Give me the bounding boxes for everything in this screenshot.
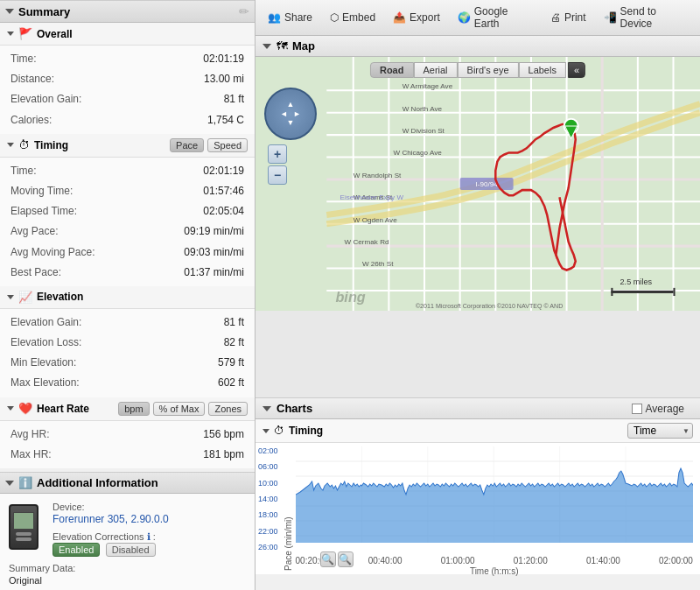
- nav-circle[interactable]: ▲ ◄► ▼: [264, 88, 317, 140]
- map-tab-collapse[interactable]: «: [568, 62, 585, 78]
- elapsed-time-value: 02:05:04: [203, 203, 244, 220]
- summary-header[interactable]: Summary ✏: [0, 0, 255, 23]
- export-icon: 📤: [393, 11, 406, 24]
- charts-title: Charts: [276, 402, 632, 415]
- distance-row: Distance: 13.00 mi: [0, 69, 255, 89]
- time-row: Time: 02:01:19: [0, 49, 255, 69]
- timing-title: Timing: [34, 139, 170, 151]
- max-hr-row: Max HR: 181 bpm: [0, 445, 255, 465]
- moving-time-row: Moving Time: 01:57:46: [0, 181, 255, 201]
- timing-chart-header[interactable]: ⏱ Timing Time Distance: [256, 419, 700, 443]
- timing-chart-collapse-icon: [262, 429, 270, 433]
- max-hr-label: Max HR:: [10, 446, 203, 463]
- chart-x-title: Time (h:m:s): [296, 566, 693, 576]
- heart-rate-title: Heart Rate: [37, 403, 118, 415]
- export-button[interactable]: 📤 Export: [389, 10, 444, 25]
- y-axis-title: Pace (min/mi): [281, 446, 296, 571]
- timing-collapse-icon: [7, 143, 14, 147]
- svg-text:W Chicago Ave: W Chicago Ave: [393, 149, 442, 157]
- map-svg: I-90/94 W Armitage Ave W North Ave W Div…: [256, 57, 700, 311]
- map-icon: 🗺: [276, 39, 288, 53]
- map-tab-aerial[interactable]: Aerial: [413, 62, 457, 78]
- map-section: 🗺 Map Road Aerial Bird's eye Labels « ▲: [256, 36, 700, 397]
- bpm-button[interactable]: bpm: [118, 402, 149, 416]
- map-tab-birdseye[interactable]: Bird's eye: [458, 62, 519, 78]
- pace-button[interactable]: Pace: [170, 138, 204, 152]
- heart-rate-header[interactable]: ❤️ Heart Rate bpm % of Max Zones: [0, 397, 255, 421]
- google-earth-icon: 🌍: [458, 11, 471, 24]
- timing-chart-title: Timing: [289, 425, 627, 437]
- chart-inner: 00:20:00 00:40:00 01:00:00 01:20:00 01:4…: [296, 446, 693, 571]
- time-select-wrapper: Time Distance: [627, 423, 693, 439]
- additional-info: Device: Forerunner 305, 2.90.0.0 Elevati…: [9, 501, 246, 586]
- elev-corr-row: Elevation Corrections ℹ : Enabled Disabl…: [9, 530, 246, 557]
- zones-button[interactable]: Zones: [208, 402, 248, 416]
- map-container[interactable]: Road Aerial Bird's eye Labels « ▲ ◄► ▼: [256, 57, 700, 311]
- moving-time-value: 01:57:46: [203, 183, 244, 200]
- share-icon: 👥: [268, 11, 281, 24]
- share-button[interactable]: 👥 Share: [264, 10, 316, 25]
- map-tabs: Road Aerial Bird's eye Labels «: [370, 62, 585, 78]
- chart-svg: [296, 446, 693, 551]
- device-image: [9, 504, 38, 550]
- zoom-out-button[interactable]: −: [268, 165, 287, 185]
- svg-text:W 26th St: W 26th St: [362, 260, 394, 268]
- hr-controls: bpm % of Max Zones: [118, 402, 248, 416]
- summary-title: Summary: [18, 5, 239, 18]
- disabled-button[interactable]: Disabled: [106, 543, 156, 557]
- summary-data-label: Summary Data:: [9, 563, 75, 573]
- charts-header[interactable]: Charts Average: [256, 398, 700, 419]
- svg-text:W Armitage Ave: W Armitage Ave: [402, 82, 453, 90]
- svg-rect-36: [611, 288, 612, 296]
- timing-header[interactable]: ⏱ Timing Pace Speed: [0, 134, 255, 158]
- overall-collapse-icon: [7, 32, 14, 36]
- map-tab-road[interactable]: Road: [370, 62, 414, 78]
- chart-x-labels: 00:20:00 00:40:00 01:00:00 01:20:00 01:4…: [296, 554, 693, 565]
- y-axis-labels: 02:00 06:00 10:00 14:00 18:00 22:00 26:0…: [256, 446, 281, 551]
- embed-button[interactable]: ⬡ Embed: [326, 10, 379, 25]
- avg-pace-value: 09:19 min/mi: [184, 223, 244, 240]
- svg-rect-37: [674, 288, 676, 296]
- pct-max-button[interactable]: % of Max: [153, 402, 206, 416]
- google-earth-button[interactable]: 🌍 Google Earth: [454, 4, 536, 32]
- enabled-button[interactable]: Enabled: [52, 543, 100, 557]
- overall-header[interactable]: 🚩 Overall: [0, 23, 255, 46]
- chart-zoom-controls: 🔍 🔍: [320, 551, 354, 567]
- device-icon-container: [9, 504, 44, 550]
- elev-corr-label: Elevation Corrections ℹ :: [52, 531, 156, 542]
- overall-icon: 🚩: [18, 27, 32, 40]
- elevation-gain-row: Elevation Gain: 81 ft: [0, 89, 255, 109]
- elev-gain-row: Elevation Gain: 81 ft: [0, 313, 255, 333]
- average-checkbox[interactable]: Average: [632, 403, 684, 415]
- speed-button[interactable]: Speed: [207, 138, 248, 152]
- edit-icon[interactable]: ✏: [239, 4, 249, 18]
- timing-chart-icon: ⏱: [274, 425, 284, 437]
- send-to-device-button[interactable]: 📲 Send to Device: [600, 4, 691, 32]
- svg-text:Eisenhower Expy W: Eisenhower Expy W: [340, 193, 404, 201]
- chart-area: 02:00 06:00 10:00 14:00 18:00 22:00 26:0…: [256, 443, 700, 574]
- timing-time-label: Time:: [10, 163, 203, 179]
- device-link[interactable]: Forerunner 305, 2.90.0.0: [52, 513, 169, 525]
- svg-text:W Division St: W Division St: [402, 127, 445, 135]
- time-value: 02:01:19: [203, 51, 244, 67]
- elev-loss-row: Elevation Loss: 82 ft: [0, 333, 255, 353]
- map-header[interactable]: 🗺 Map: [256, 36, 700, 57]
- zoom-in-button[interactable]: +: [268, 144, 287, 164]
- timing-time-value: 02:01:19: [203, 163, 244, 179]
- distance-label: Distance:: [10, 71, 204, 88]
- map-tab-labels[interactable]: Labels: [519, 62, 566, 78]
- elevation-header[interactable]: 📈 Elevation: [0, 286, 255, 309]
- chart-zoom-in-button[interactable]: 🔍: [320, 551, 336, 567]
- avg-checkbox-box[interactable]: [632, 404, 642, 414]
- send-device-icon: 📲: [604, 11, 617, 24]
- time-select[interactable]: Time Distance: [627, 423, 693, 439]
- chart-zoom-out-button[interactable]: 🔍: [338, 551, 354, 567]
- info-icon: ℹ️: [18, 476, 32, 489]
- summary-data-row: Summary Data: Original: [9, 562, 246, 586]
- best-pace-label: Best Pace:: [10, 264, 184, 281]
- additional-header[interactable]: ℹ️ Additional Information: [0, 472, 255, 494]
- best-pace-row: Best Pace: 01:37 min/mi: [0, 263, 255, 283]
- svg-text:W North Ave: W North Ave: [402, 105, 443, 113]
- best-pace-value: 01:37 min/mi: [184, 264, 244, 281]
- print-button[interactable]: 🖨 Print: [547, 10, 590, 25]
